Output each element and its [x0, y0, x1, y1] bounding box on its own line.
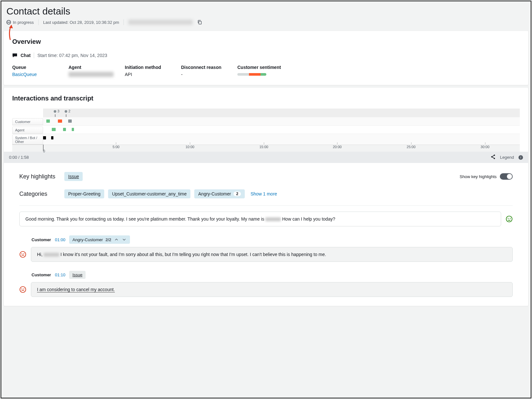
- chevron-up-icon[interactable]: [114, 237, 119, 242]
- svg-point-12: [22, 289, 22, 289]
- transcript-time[interactable]: 01:10: [55, 272, 66, 277]
- timeline-segment[interactable]: [58, 119, 62, 123]
- timeline-segment[interactable]: [72, 128, 74, 131]
- chat-type: Chat: [21, 53, 31, 58]
- axis-tick: 25:00: [407, 145, 416, 149]
- show-highlights-toggle[interactable]: [500, 173, 513, 180]
- axis-tick: 10:00: [186, 145, 195, 149]
- timeline-segment[interactable]: [46, 119, 50, 123]
- copy-icon[interactable]: [197, 20, 202, 25]
- chevron-down-icon[interactable]: [122, 237, 127, 242]
- timeline-segment[interactable]: [51, 136, 53, 139]
- info-icon[interactable]: i: [518, 155, 523, 160]
- axis-tick: 15:00: [259, 145, 268, 149]
- header-meta: In progress Last updated: Oct 28, 2019, …: [6, 19, 526, 25]
- legend-label[interactable]: Legend: [500, 155, 514, 160]
- agent-value-redacted: [69, 72, 114, 77]
- transcript-msg-2: I am considering to cancel my account.: [31, 282, 513, 297]
- timeline-marker-dot[interactable]: [65, 110, 67, 113]
- transcript-issue-chip[interactable]: Issue: [69, 271, 86, 279]
- contact-id-redacted: [128, 20, 193, 25]
- timeline-segment[interactable]: [63, 128, 66, 131]
- start-time: Start time: 07:42 pm, Nov 14, 2023: [37, 53, 107, 58]
- show-highlights-label: Show key highlights: [460, 174, 497, 179]
- highlight-issue-pill[interactable]: Issue: [64, 172, 83, 181]
- chat-icon: [12, 53, 17, 58]
- transcript-speaker: Customer: [32, 237, 51, 242]
- page-title: Contact details: [6, 6, 526, 17]
- category-pill[interactable]: Upset_Customer-customer_any_time: [108, 189, 190, 198]
- timeline-marker-dot[interactable]: [54, 110, 56, 113]
- key-highlights-title: Key highlights: [19, 173, 58, 180]
- timeline-segment[interactable]: [52, 128, 55, 131]
- svg-point-11: [20, 287, 26, 292]
- categories-title: Categories: [19, 191, 58, 197]
- happy-face-icon: [506, 215, 513, 223]
- svg-point-9: [22, 254, 22, 254]
- transcript-greeting: Good morning. Thank you for contacting u…: [19, 212, 501, 226]
- svg-marker-1: [9, 25, 13, 28]
- queue-value[interactable]: BasicQueue: [12, 72, 62, 77]
- svg-rect-0: [199, 21, 201, 24]
- svg-point-5: [506, 216, 512, 222]
- initiation-label: Initiation method: [125, 65, 175, 70]
- timeline-axis: 5:0010:0015:0020:0025:0030:00: [43, 145, 520, 152]
- transcript-speaker: Customer: [32, 272, 51, 277]
- disconnect-value: -: [181, 72, 231, 77]
- axis-tick: 5:00: [113, 145, 119, 149]
- sentiment-label: Customer sentiment: [237, 65, 295, 70]
- timeline-segment[interactable]: [68, 119, 72, 123]
- category-badge: 2: [234, 192, 241, 196]
- svg-point-6: [508, 218, 508, 219]
- overview-title: Overview: [12, 38, 520, 45]
- axis-tick: 20:00: [333, 145, 342, 149]
- status-text: In progress: [13, 20, 34, 25]
- timeline-row-customer: Customer: [12, 118, 43, 125]
- status: In progress: [6, 20, 34, 25]
- svg-point-8: [20, 252, 26, 257]
- timeline-marker-label: 2: [69, 109, 70, 113]
- sentiment-bar: [237, 73, 266, 76]
- timeline-track-agent[interactable]: [43, 125, 520, 134]
- queue-label: Queue: [12, 65, 62, 70]
- show-more-categories[interactable]: Show 1 more: [251, 191, 277, 196]
- axis-tick: 30:00: [481, 145, 490, 149]
- agent-name-redacted: [265, 217, 281, 221]
- transcript-time[interactable]: 01:00: [55, 237, 66, 242]
- timeline-row-agent: Agent: [12, 127, 43, 134]
- in-progress-icon: [6, 20, 11, 24]
- playback-time: 0:00 / 1:58: [9, 155, 29, 160]
- sad-face-icon: [19, 286, 26, 293]
- svg-point-10: [24, 254, 24, 254]
- last-updated: Last updated: Oct 28, 2019, 10:36:32 pm: [43, 20, 119, 25]
- interactions-title: Interactions and transcript: [12, 95, 520, 102]
- svg-point-7: [510, 218, 510, 219]
- share-icon[interactable]: [491, 154, 496, 160]
- agent-label: Agent: [69, 65, 118, 70]
- svg-point-13: [24, 289, 24, 289]
- timeline-track-customer[interactable]: [43, 117, 520, 125]
- transcript-category-chip[interactable]: Angry-Customer 2/2: [69, 235, 130, 244]
- timeline-row-system: System / Bot / Other: [12, 134, 43, 145]
- category-pill[interactable]: Proper-Greeting: [64, 189, 104, 198]
- disconnect-label: Disconnect reason: [181, 65, 231, 70]
- timeline-segment[interactable]: [43, 136, 46, 139]
- category-pill[interactable]: Angry-Customer 2: [194, 189, 245, 198]
- timeline-markers[interactable]: 32: [43, 109, 520, 117]
- sad-face-icon: [19, 251, 26, 258]
- transcript-msg-1: Hi, I know it's not your fault, and I'm …: [31, 247, 513, 262]
- timeline-track-system[interactable]: [43, 134, 520, 145]
- timeline-marker-label: 3: [58, 109, 60, 113]
- initiation-value: API: [125, 72, 175, 77]
- agent-name-redacted: [44, 253, 59, 257]
